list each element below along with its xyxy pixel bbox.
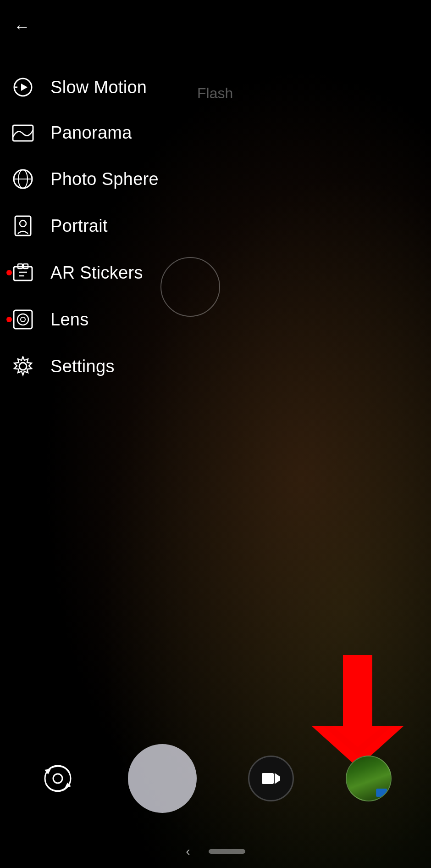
video-button[interactable]: [248, 756, 294, 801]
menu-item-slow-motion[interactable]: Slow Motion: [9, 64, 159, 110]
menu-item-lens[interactable]: Lens: [9, 296, 159, 343]
shutter-button[interactable]: [128, 744, 197, 813]
settings-label: Settings: [50, 357, 115, 376]
svg-marker-1: [21, 84, 28, 91]
svg-point-8: [20, 220, 26, 227]
portrait-icon: [9, 215, 37, 236]
svg-rect-9: [14, 267, 32, 280]
main-content: ← Flash Slow Motion Panorama: [0, 0, 431, 868]
svg-rect-25: [262, 773, 274, 784]
system-nav-bar: ‹: [0, 844, 431, 859]
ar-stickers-icon: [9, 262, 37, 283]
lens-notification-dot: [6, 317, 12, 322]
svg-rect-18: [343, 655, 372, 728]
photo-sphere-icon: [9, 168, 37, 190]
portrait-label: Portrait: [50, 216, 108, 236]
svg-point-16: [21, 317, 25, 322]
home-indicator[interactable]: [209, 849, 245, 854]
svg-point-22: [53, 774, 62, 783]
panorama-label: Panorama: [50, 123, 132, 143]
slow-motion-icon: [9, 77, 37, 97]
menu-item-settings[interactable]: Settings: [9, 343, 159, 390]
back-button[interactable]: ←: [14, 18, 30, 35]
bottom-controls: [0, 744, 431, 813]
svg-point-15: [17, 314, 28, 325]
svg-rect-14: [14, 310, 32, 329]
svg-marker-26: [275, 773, 280, 784]
svg-point-17: [19, 363, 27, 370]
rotate-camera-button[interactable]: [39, 760, 76, 797]
camera-mode-menu: Slow Motion Panorama Photo Sphere: [9, 64, 159, 390]
menu-item-ar-stickers[interactable]: AR Stickers: [9, 249, 159, 296]
ar-stickers-notification-dot: [6, 270, 12, 275]
photo-sphere-label: Photo Sphere: [50, 169, 159, 189]
menu-item-portrait[interactable]: Portrait: [9, 202, 159, 249]
gallery-thumbnail[interactable]: [346, 756, 392, 801]
flash-label: Flash: [197, 85, 233, 102]
svg-rect-7: [15, 216, 31, 235]
lens-icon: [9, 309, 37, 330]
lens-label: Lens: [50, 310, 89, 330]
menu-item-photo-sphere[interactable]: Photo Sphere: [9, 156, 159, 202]
menu-item-panorama[interactable]: Panorama: [9, 110, 159, 156]
ghost-circle-overlay: [160, 257, 220, 317]
ar-stickers-label: AR Stickers: [50, 263, 143, 283]
slow-motion-label: Slow Motion: [50, 78, 147, 97]
settings-icon: [9, 356, 37, 377]
panorama-icon: [9, 124, 37, 142]
nav-back-chevron[interactable]: ‹: [186, 844, 190, 859]
